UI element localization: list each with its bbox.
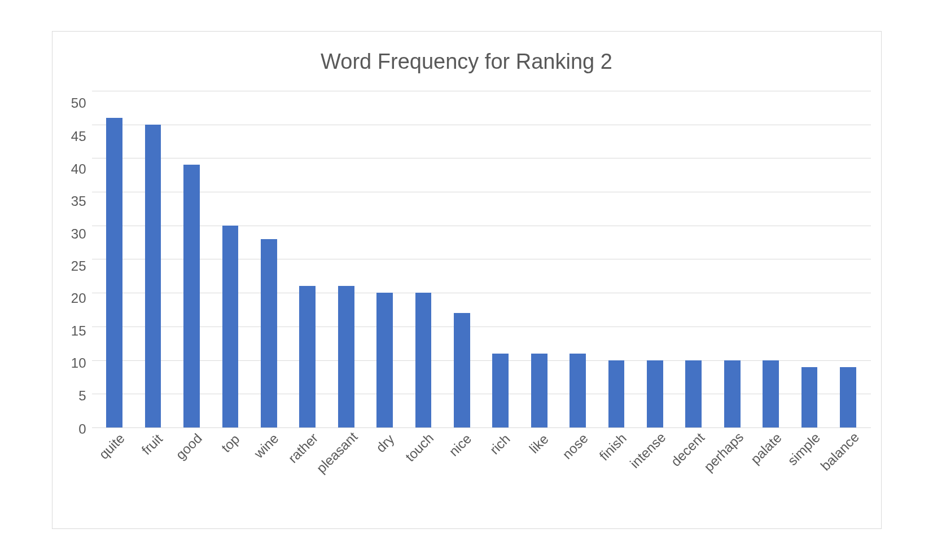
y-tick: 50: [71, 96, 86, 110]
x-label-slot: top: [211, 428, 249, 518]
x-label-slot: rich: [481, 428, 520, 518]
bar-slot: [288, 91, 327, 427]
bar-slot: [365, 91, 404, 427]
bar-slot: [404, 91, 443, 427]
bar-slot: [520, 91, 558, 427]
bar: [183, 165, 200, 427]
x-label-slot: finish: [597, 428, 636, 518]
x-label: nice: [446, 431, 475, 460]
x-label-slot: touch: [404, 428, 443, 518]
bar: [724, 360, 741, 427]
x-label: quite: [96, 430, 128, 462]
bar: [801, 367, 818, 427]
x-label: dry: [373, 431, 397, 456]
x-label-slot: simple: [790, 428, 829, 518]
x-label-slot: fruit: [134, 428, 172, 518]
bar: [376, 293, 393, 427]
x-axis-spacer: [63, 428, 92, 518]
bar: [608, 360, 625, 427]
x-axis-row: quitefruitgoodtopwineratherpleasantdryto…: [63, 428, 871, 518]
x-label-slot: balance: [829, 428, 867, 518]
y-tick: 35: [71, 195, 86, 208]
bars: [92, 91, 871, 427]
bar-slot: [790, 91, 829, 427]
x-label: top: [218, 431, 243, 456]
y-tick: 45: [71, 130, 86, 143]
bar: [492, 354, 509, 427]
x-label-slot: nose: [558, 428, 597, 518]
bar: [415, 293, 432, 427]
chart-title: Word Frequency for Ranking 2: [63, 50, 871, 74]
x-label: good: [173, 430, 205, 463]
x-label: palate: [747, 430, 785, 467]
y-tick: 20: [71, 292, 86, 305]
x-label-slot: good: [172, 428, 211, 518]
bar: [840, 367, 856, 427]
x-label-slot: like: [520, 428, 558, 518]
bar-slot: [829, 91, 867, 427]
bar: [685, 360, 702, 427]
bar: [106, 118, 122, 427]
x-label-slot: dry: [365, 428, 404, 518]
x-label: fruit: [139, 431, 166, 458]
x-label-slot: pleasant: [327, 428, 365, 518]
chart-container: Word Frequency for Ranking 2 50454035302…: [52, 31, 882, 529]
y-tick: 40: [71, 162, 86, 176]
bar-slot: [713, 91, 751, 427]
x-label-slot: nice: [443, 428, 481, 518]
x-label: finish: [596, 430, 629, 464]
x-label-slot: quite: [95, 428, 134, 518]
bar-slot: [172, 91, 211, 427]
bar-slot: [327, 91, 365, 427]
bar: [570, 354, 586, 427]
x-label: touch: [402, 430, 437, 465]
bar-slot: [674, 91, 713, 427]
bar: [763, 360, 779, 427]
bar: [261, 239, 277, 427]
plot-row: 50454035302520151050: [63, 91, 871, 428]
bar-slot: [636, 91, 674, 427]
bar-slot: [597, 91, 636, 427]
bar: [145, 125, 161, 427]
x-label-slot: decent: [674, 428, 713, 518]
x-label: rather: [285, 430, 321, 466]
bar: [531, 354, 547, 427]
y-tick: 0: [78, 422, 86, 436]
x-label: wine: [251, 431, 282, 462]
bar: [222, 226, 239, 427]
x-axis-labels: quitefruitgoodtopwineratherpleasantdryto…: [92, 428, 871, 518]
bar-slot: [95, 91, 134, 427]
bar-slot: [751, 91, 790, 427]
bar-slot: [211, 91, 249, 427]
bar: [454, 313, 470, 427]
x-label: nose: [559, 430, 591, 462]
y-tick: 5: [78, 389, 86, 403]
x-label-slot: intense: [636, 428, 674, 518]
bar-slot: [134, 91, 172, 427]
y-tick: 30: [71, 227, 86, 241]
bar: [299, 286, 316, 427]
x-label-slot: palate: [751, 428, 790, 518]
y-axis: 50454035302520151050: [63, 91, 92, 428]
plot-area: [92, 91, 871, 428]
bar: [338, 286, 354, 427]
y-tick: 15: [71, 324, 86, 338]
bar-slot: [481, 91, 520, 427]
x-label-slot: perhaps: [713, 428, 751, 518]
x-label: rich: [487, 431, 513, 457]
bar-slot: [249, 91, 288, 427]
x-label-slot: wine: [249, 428, 288, 518]
bar: [647, 360, 663, 427]
bar-slot: [558, 91, 597, 427]
y-tick: 10: [71, 356, 86, 370]
x-label: like: [526, 431, 551, 456]
bar-slot: [443, 91, 481, 427]
y-tick: 25: [71, 259, 86, 273]
